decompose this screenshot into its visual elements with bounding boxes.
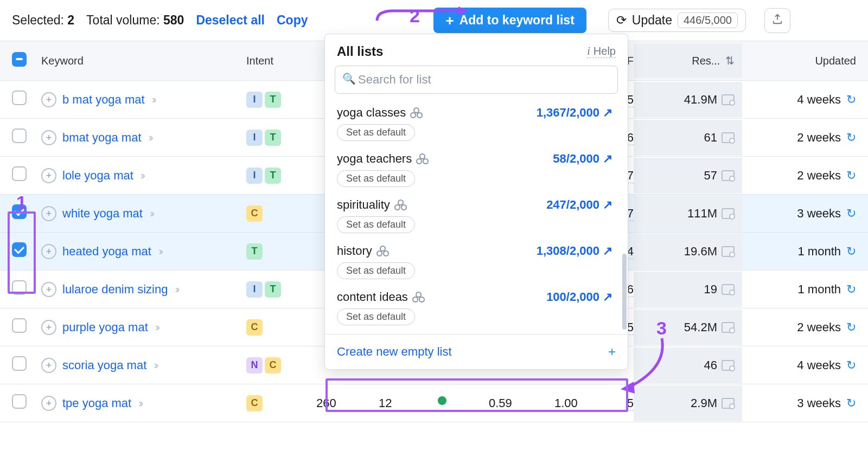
column-results[interactable]: Res... ⇅ xyxy=(634,43,742,78)
serp-preview-icon[interactable] xyxy=(722,170,735,181)
refresh-row-icon[interactable]: ↻ xyxy=(846,396,856,410)
refresh-row-icon[interactable]: ↻ xyxy=(846,93,856,107)
keyword-list-item[interactable]: content ideas100/2,000↗Set as default xyxy=(325,286,624,332)
refresh-row-icon[interactable]: ↻ xyxy=(846,320,856,334)
list-count-link[interactable]: 100/2,000↗ xyxy=(546,290,612,304)
keyword-list-popover: All lists iHelp 🔍 yoga classes1,367/2,00… xyxy=(324,34,628,370)
create-new-list-button[interactable]: Create new empty list + xyxy=(325,334,628,369)
list-count-link[interactable]: 1,367/2,000↗ xyxy=(537,106,612,120)
keyword-link[interactable]: white yoga mat xyxy=(62,207,143,221)
column-updated[interactable]: Updated xyxy=(742,55,856,67)
keyword-list-item[interactable]: yoga classes1,367/2,000↗Set as default xyxy=(325,101,624,147)
share-icon xyxy=(412,292,423,302)
set-default-button[interactable]: Set as default xyxy=(337,170,415,187)
keyword-link[interactable]: tpe yoga mat xyxy=(62,396,131,410)
keyword-link[interactable]: bmat yoga mat xyxy=(62,131,142,145)
list-count-link[interactable]: 247/2,000↗ xyxy=(546,198,612,212)
info-icon: i xyxy=(587,45,590,57)
copy-button[interactable]: Copy xyxy=(277,13,308,28)
keyword-list-item[interactable]: history1,308/2,000↗Set as default xyxy=(325,240,624,286)
column-results-label: Res... xyxy=(692,55,720,67)
keyword-list-item[interactable]: yoga teachers58/2,000↗Set as default xyxy=(325,147,624,194)
row-checkbox[interactable] xyxy=(12,394,27,409)
list-count-link[interactable]: 1,308/2,000↗ xyxy=(537,244,612,258)
update-label: Update xyxy=(632,13,672,28)
plus-icon: + xyxy=(445,14,454,28)
keyword-link[interactable]: lularoe denim sizing xyxy=(62,282,168,297)
keyword-link[interactable]: heated yoga mat xyxy=(62,244,151,259)
list-count-link[interactable]: 58/2,000↗ xyxy=(553,152,612,166)
expand-keyword-icon[interactable]: + xyxy=(41,92,56,107)
serp-preview-icon[interactable] xyxy=(722,322,735,333)
keyword-link[interactable]: lole yoga mat xyxy=(62,169,133,183)
refresh-row-icon[interactable]: ↻ xyxy=(846,282,856,297)
select-all-checkbox[interactable] xyxy=(12,52,27,67)
expand-keyword-icon[interactable]: + xyxy=(41,358,56,373)
expand-keyword-icon[interactable]: + xyxy=(41,396,56,411)
total-volume-stat: Total volume: 580 xyxy=(86,13,184,28)
set-default-button[interactable]: Set as default xyxy=(337,308,415,325)
intent-badge-c: C xyxy=(246,205,263,222)
intent-badge-i: I xyxy=(246,130,263,146)
selected-label: Selected: xyxy=(12,13,64,27)
external-link-icon: ↗ xyxy=(603,152,612,166)
expand-keyword-icon[interactable]: + xyxy=(41,130,56,145)
column-keyword[interactable]: Keyword xyxy=(41,55,246,67)
expand-keyword-icon[interactable]: + xyxy=(41,244,56,259)
add-to-keyword-list-button[interactable]: + Add to keyword list xyxy=(433,8,586,33)
results-value: 19 xyxy=(704,282,717,297)
set-default-button[interactable]: Set as default xyxy=(337,262,415,279)
search-list-input[interactable] xyxy=(335,66,618,94)
keyword-list-item[interactable]: spirituality247/2,000↗Set as default xyxy=(325,194,624,240)
updated-value: 1 month xyxy=(798,282,841,297)
export-button[interactable] xyxy=(764,8,790,33)
keyword-link[interactable]: b mat yoga mat xyxy=(62,93,145,107)
popover-scrollbar[interactable] xyxy=(622,254,627,330)
row-checkbox[interactable] xyxy=(12,128,27,143)
refresh-row-icon[interactable]: ↻ xyxy=(846,207,856,221)
list-name: yoga teachers xyxy=(337,152,427,166)
help-link[interactable]: iHelp xyxy=(587,45,616,58)
chevron-right-icon: ›› xyxy=(138,397,141,409)
update-button[interactable]: ⟳ Update 446/5,000 xyxy=(608,9,746,32)
set-default-button[interactable]: Set as default xyxy=(337,216,415,233)
row-checkbox[interactable] xyxy=(12,318,27,333)
plus-icon: + xyxy=(608,344,616,359)
share-icon xyxy=(376,246,387,256)
row-checkbox[interactable] xyxy=(12,356,27,371)
refresh-row-icon[interactable]: ↻ xyxy=(846,358,856,372)
keyword-link[interactable]: purple yoga mat xyxy=(62,320,148,334)
serp-preview-icon[interactable] xyxy=(722,360,735,371)
expand-keyword-icon[interactable]: + xyxy=(41,206,56,221)
refresh-row-icon[interactable]: ↻ xyxy=(846,131,856,145)
list-name: spirituality xyxy=(337,198,405,212)
refresh-row-icon[interactable]: ↻ xyxy=(846,244,856,259)
expand-keyword-icon[interactable]: + xyxy=(41,168,56,183)
selected-stat: Selected: 2 xyxy=(12,13,74,28)
keyword-link[interactable]: scoria yoga mat xyxy=(62,358,146,372)
serp-preview-icon[interactable] xyxy=(722,246,735,257)
expand-keyword-icon[interactable]: + xyxy=(41,320,56,335)
serp-preview-icon[interactable] xyxy=(722,94,735,105)
list-name: content ideas xyxy=(337,290,423,304)
deselect-all-button[interactable]: Deselect all xyxy=(196,13,265,28)
serp-preview-icon[interactable] xyxy=(722,398,735,409)
intent-badge-c: C xyxy=(265,357,281,374)
serp-preview-icon[interactable] xyxy=(722,284,735,295)
serp-preview-icon[interactable] xyxy=(722,208,735,219)
column-intent[interactable]: Intent xyxy=(246,55,295,67)
intent-badge-t: T xyxy=(265,92,281,108)
expand-keyword-icon[interactable]: + xyxy=(41,282,56,297)
serp-preview-icon[interactable] xyxy=(722,132,735,143)
refresh-row-icon[interactable]: ↻ xyxy=(846,169,856,183)
row-checkbox[interactable] xyxy=(12,91,27,105)
results-value: 57 xyxy=(704,169,717,183)
chevron-right-icon: ›› xyxy=(150,207,152,220)
updated-value: 3 weeks xyxy=(797,207,841,221)
set-default-button[interactable]: Set as default xyxy=(337,124,415,141)
chevron-right-icon: ›› xyxy=(149,131,151,144)
results-value: 19.6M xyxy=(684,244,717,259)
share-icon xyxy=(410,107,421,118)
row-checkbox[interactable] xyxy=(12,166,27,181)
external-link-icon: ↗ xyxy=(603,106,612,120)
